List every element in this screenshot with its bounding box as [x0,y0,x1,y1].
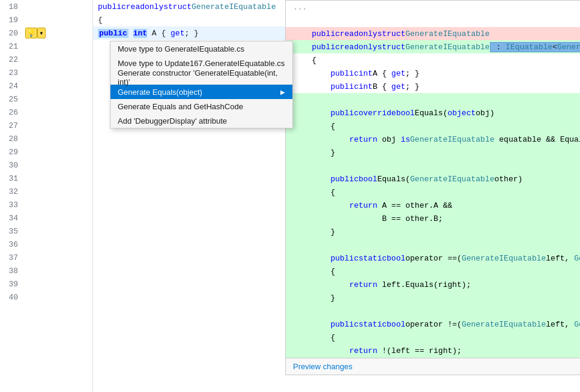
gutter-space-19 [23,13,92,26]
diff-line-added-1: public readonly struct GenerateIEquatabl… [286,40,580,53]
gutter-space-34 [23,211,92,225]
line-num-26: 26 [0,108,23,117]
diff-line-return-a: return A == other.A && [286,199,580,212]
diff-line-brace-5: } [286,225,580,238]
line-row-19: 19 [0,13,92,26]
menu-item-label-4: Generate Equals(object) [118,88,202,97]
gutter-space-24 [23,79,92,92]
diff-line-return-left: return left.Equals(right); [286,278,580,291]
line-row-36: 36 [0,238,92,251]
line-row-33: 33 [0,198,92,211]
diff-panel: ... public readonly struct GenerateIEqua… [285,0,580,375]
diff-line-brace-7: } [286,291,580,304]
diff-line-return-not: return !(left == right); [286,344,580,357]
diff-line-return-obj: return obj is GenerateIEquatable equatab… [286,133,580,146]
diff-line-brace-3: } [286,146,580,159]
line-num-22: 22 [0,55,23,64]
menu-item-generate-equals-hashcode[interactable]: Generate Equals and GetHashCode [110,99,292,113]
line-num-18: 18 [0,2,23,11]
gutter-space-36 [23,238,92,251]
menu-item-generate-equals[interactable]: Generate Equals(object) ▶ [110,85,292,99]
line-num-34: 34 [0,214,23,223]
gutter-space-33 [23,198,92,211]
menu-item-label-1: Move type to GenerateIEquatable.cs [118,44,244,53]
diff-line-prop-a: public int A { get; } [286,67,580,80]
diff-line-b-other: B == other.B; [286,212,580,225]
gutter-space-30 [23,158,92,172]
gutter-space-35 [23,225,92,238]
diff-line-empty-1 [286,14,580,27]
line-row-24: 24 [0,79,92,92]
line-num-19: 19 [0,16,23,25]
line-row-32: 32 [0,185,92,198]
gutter-space-21 [23,40,92,53]
diff-line-brace-8: { [286,331,580,344]
diff-line-op-eq: public static bool operator ==(GenerateI… [286,252,580,265]
menu-item-move-type-1[interactable]: Move type to GenerateIEquatable.cs [110,41,292,56]
gutter-space-38 [23,264,92,277]
line-row-29: 29 [0,145,92,158]
lightbulb-icon[interactable]: 💡 [25,28,37,38]
diff-line-override-equals: public override bool Equals(object obj) [286,106,580,119]
line-num-38: 38 [0,267,23,276]
gutter-space-25 [23,92,92,106]
line-row-34: 34 [0,211,92,225]
line-num-28: 28 [0,134,23,143]
diff-line-brace-4: { [286,185,580,199]
line-row-26: 26 [0,106,92,119]
line-num-30: 30 [0,161,23,170]
line-row-37: 37 [0,251,92,264]
diff-line-empty-3 [286,159,580,172]
menu-item-generate-constructor[interactable]: Generate constructor 'GenerateIEquatable… [110,70,292,85]
line-row-39: 39 [0,277,92,291]
line-row-40: 40 [0,291,92,304]
preview-changes-link[interactable]: Preview changes [293,362,352,371]
editor-container: 18 19 20 💡 ▼ 21 22 23 24 [0,0,580,392]
diff-line-empty-5 [286,304,580,318]
line-row-21: 21 [0,40,92,53]
gutter-space-29 [23,145,92,158]
line-row-38: 38 [0,264,92,277]
code-area[interactable]: public readonly struct GenerateIEquatabl… [93,0,580,392]
diff-line-empty-4 [286,238,580,252]
gutter-space-31 [23,172,92,185]
gutter-space-22 [23,53,92,66]
menu-item-debugger-display[interactable]: Add 'DebuggerDisplay' attribute [110,113,292,128]
gutter-space-40 [23,291,92,304]
line-row-18: 18 [0,0,92,13]
line-num-27: 27 [0,121,23,130]
menu-item-label-2: Move type to Update167.GenerateIEquatabl… [118,59,285,68]
line-num-23: 23 [0,68,23,77]
menu-item-label-5: Generate Equals and GetHashCode [118,102,243,111]
gutter: 18 19 20 💡 ▼ 21 22 23 24 [0,0,93,392]
line-row-23: 23 [0,66,92,79]
gutter-space-23 [23,66,92,79]
line-row-27: 27 [0,119,92,132]
diff-line-brace-2: { [286,119,580,133]
diff-line-bool-equals: public bool Equals(GenerateIEquatable ot… [286,172,580,185]
diff-line-removed-1: public readonly struct GenerateIEquatabl… [286,27,580,40]
line-row-20: 20 💡 ▼ [0,26,92,40]
gutter-space-37 [23,251,92,264]
diff-line-op-neq: public static bool operator !=(GenerateI… [286,318,580,331]
line-num-39: 39 [0,280,23,289]
line-num-29: 29 [0,148,23,157]
diff-line-brace-open: { [286,53,580,67]
line-num-32: 32 [0,187,23,196]
gutter-space-27 [23,119,92,132]
line-num-36: 36 [0,240,23,249]
gutter-space-26 [23,106,92,119]
line-num-21: 21 [0,42,23,51]
line-num-20: 20 [0,29,23,38]
line-num-37: 37 [0,253,23,262]
gutter-space-39 [23,277,92,291]
gutter-space-28 [23,132,92,145]
lightbulb-dropdown-button[interactable]: ▼ [37,28,46,38]
line-num-25: 25 [0,95,23,104]
line-row-30: 30 [0,158,92,172]
diff-line-empty-2 [286,93,580,106]
line-row-31: 31 [0,172,92,185]
diff-content: ... public readonly struct GenerateIEqua… [286,1,580,358]
gutter-space-18 [23,0,92,13]
diff-footer: Preview changes [286,358,580,375]
